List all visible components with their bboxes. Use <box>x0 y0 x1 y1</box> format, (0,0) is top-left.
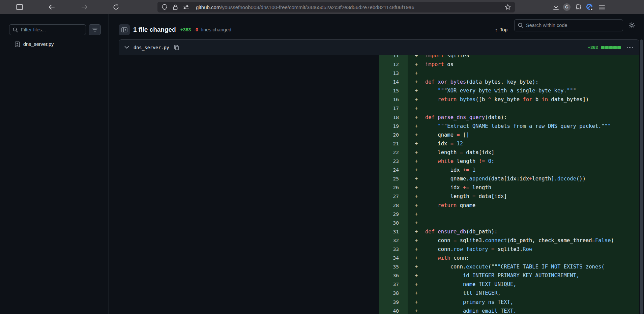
diff-row: 19+ """Extract QNAME labels from a raw D… <box>379 122 639 131</box>
gear-icon <box>628 22 635 29</box>
line-number[interactable]: 18 <box>379 113 408 122</box>
line-number[interactable]: 30 <box>379 219 408 227</box>
diff-row: 27+ length = data[idx] <box>379 192 639 201</box>
code-line <box>425 104 639 113</box>
addition-marker: + <box>408 210 425 219</box>
line-number[interactable]: 38 <box>379 289 408 297</box>
line-number[interactable]: 29 <box>379 210 408 219</box>
line-number[interactable]: 31 <box>379 227 408 236</box>
diff-row: 36+ id INTEGER PRIMARY KEY AUTOINCREMENT… <box>379 271 639 280</box>
bookmark-star-icon[interactable] <box>505 4 511 10</box>
deletions-count: -0 <box>194 27 198 32</box>
addition-marker: + <box>408 131 425 139</box>
line-number[interactable]: 27 <box>379 192 408 201</box>
diff-stat-block <box>617 46 621 49</box>
line-number[interactable]: 21 <box>379 139 408 148</box>
line-number[interactable]: 39 <box>379 298 408 307</box>
diff-old-side-empty <box>119 55 379 314</box>
diff-filename[interactable]: dns_server.py <box>134 45 169 50</box>
forward-button[interactable] <box>80 3 89 11</box>
addition-marker: + <box>408 245 425 254</box>
url-bar[interactable]: github.com/youssefnoob003/dns100-free/co… <box>157 2 515 12</box>
search-within-code-input[interactable] <box>526 23 619 28</box>
filter-funnel-icon <box>92 28 97 32</box>
line-number[interactable]: 13 <box>379 69 408 78</box>
line-number[interactable]: 15 <box>379 86 408 95</box>
chevron-down-icon[interactable] <box>124 46 129 49</box>
addition-marker: + <box>408 236 425 245</box>
top-label: Top <box>500 27 507 32</box>
diff-row: 25+ qname.append(data[idx:idx+length].de… <box>379 174 639 183</box>
downloads-icon[interactable] <box>552 3 560 11</box>
diff-row: 40+ admin_email TEXT, <box>379 307 639 314</box>
back-button[interactable] <box>47 3 56 11</box>
diff-settings-button[interactable] <box>628 22 635 30</box>
line-number[interactable]: 16 <box>379 95 408 104</box>
line-number[interactable]: 19 <box>379 122 408 131</box>
diff-row: 39+ primary_ns TEXT, <box>379 298 639 307</box>
filter-options-button[interactable] <box>89 24 101 35</box>
filter-files-input[interactable] <box>21 27 82 32</box>
code-line: admin_email TEXT, <box>425 307 639 314</box>
line-number[interactable]: 36 <box>379 271 408 280</box>
code-line: def parse_dns_query(data): <box>425 113 639 122</box>
diff-row: 21+ idx = 12 <box>379 139 639 148</box>
line-number[interactable]: 17 <box>379 104 408 113</box>
line-number[interactable]: 20 <box>379 131 408 139</box>
privacy-extension-icon[interactable] <box>585 3 594 11</box>
shield-icon[interactable] <box>162 4 168 10</box>
code-line: id INTEGER PRIMARY KEY AUTOINCREMENT, <box>425 271 639 280</box>
sidebar-collapse-icon <box>121 27 127 32</box>
copy-filename-icon[interactable] <box>174 45 179 50</box>
addition-marker: + <box>408 78 425 86</box>
diff-row: 17+ <box>379 104 639 113</box>
line-number[interactable]: 12 <box>379 60 408 69</box>
page-scrollbar-thumb[interactable] <box>640 39 643 314</box>
github-commit-page: dns_server.py 1 file changed +363 -0 lin… <box>0 14 644 314</box>
line-number[interactable]: 28 <box>379 201 408 210</box>
code-line: idx += 1 <box>425 166 639 174</box>
scroll-to-top-link[interactable]: ↑ Top <box>495 24 507 35</box>
diff-row: 20+ qname = [] <box>379 131 639 139</box>
addition-marker: + <box>408 69 425 78</box>
line-number[interactable]: 40 <box>379 307 408 314</box>
line-number[interactable]: 34 <box>379 254 408 262</box>
addition-marker: + <box>408 307 425 314</box>
diff-row: 14+def xor_bytes(data_bytes, key_byte): <box>379 78 639 86</box>
kebab-menu-icon[interactable] <box>626 46 634 50</box>
sidebar-item-dns-server-py[interactable]: dns_server.py <box>15 39 54 49</box>
permissions-toggle-icon[interactable] <box>183 4 189 10</box>
url-text[interactable]: github.com/youssefnoob003/dns100-free/co… <box>196 4 505 10</box>
collapse-file-tree-button[interactable] <box>119 24 130 35</box>
diff-row: 38+ ttl INTEGER, <box>379 289 639 297</box>
code-line: """XOR every byte with a single-byte key… <box>425 86 639 95</box>
code-line: return bytes([b ^ key_byte for b in data… <box>425 95 639 104</box>
lock-icon[interactable] <box>172 4 178 10</box>
extension-g-badge-icon[interactable]: G <box>562 3 571 11</box>
line-number[interactable]: 14 <box>379 78 408 86</box>
diff-row: 16+ return bytes([b ^ key_byte for b in … <box>379 95 639 104</box>
addition-marker: + <box>408 148 425 157</box>
split-diff-body: 11+import sqlite312+import os13+14+def x… <box>119 55 639 314</box>
diff-row: 37+ name TEXT UNIQUE, <box>379 280 639 289</box>
line-number[interactable]: 33 <box>379 245 408 254</box>
diff-row: 13+ <box>379 69 639 78</box>
line-number[interactable]: 22 <box>379 148 408 157</box>
line-number[interactable]: 32 <box>379 236 408 245</box>
sidebar-toggle-icon[interactable] <box>15 3 24 11</box>
extensions-puzzle-icon[interactable] <box>574 3 583 11</box>
line-number[interactable]: 11 <box>379 55 408 60</box>
line-number[interactable]: 35 <box>379 262 408 271</box>
menu-hamburger-icon[interactable] <box>597 3 606 11</box>
addition-marker: + <box>408 104 425 113</box>
reload-button[interactable] <box>112 3 120 11</box>
line-number[interactable]: 25 <box>379 174 408 183</box>
line-number[interactable]: 23 <box>379 157 408 166</box>
line-number[interactable]: 24 <box>379 166 408 174</box>
code-line: import os <box>425 60 639 69</box>
line-number[interactable]: 37 <box>379 280 408 289</box>
addition-marker: + <box>408 166 425 174</box>
line-number[interactable]: 26 <box>379 183 408 192</box>
code-line: name TEXT UNIQUE, <box>425 280 639 289</box>
extension-g-letter: G <box>563 3 570 11</box>
